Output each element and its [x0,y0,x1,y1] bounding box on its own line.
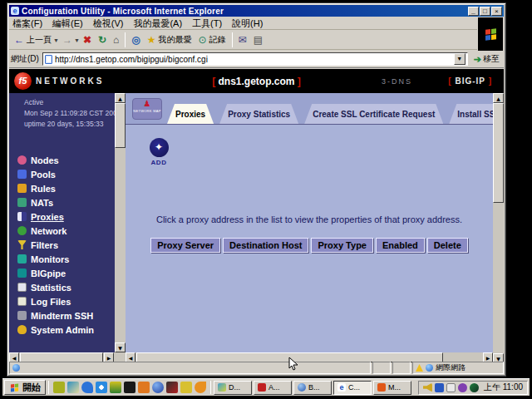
column-proxy-type[interactable]: Proxy Type [311,238,373,253]
statistics-icon [17,283,27,292]
print-icon: ▤ [254,35,263,45]
sidebar-item-bigpipe[interactable]: BIGpipe [17,266,112,280]
scroll-down-icon[interactable]: ▼ [115,342,126,352]
menu-view[interactable]: 檢視(V) [93,17,124,30]
quick-launch-icon[interactable] [180,382,192,393]
tab-proxies[interactable]: Proxies [167,104,214,124]
mail-button[interactable]: ✉ [235,32,250,48]
product-3dns-label: 3-DNS [382,77,412,86]
menu-edit[interactable]: 編輯(E) [52,17,83,30]
volume-icon[interactable] [423,383,432,392]
close-button[interactable]: × [491,7,502,16]
history-button[interactable]: ⊙ 記錄 [195,32,229,48]
tab-proxy-statistics[interactable]: Proxy Statistics [219,104,298,124]
scroll-up-icon[interactable]: ▲ [115,93,126,103]
menu-bar: 檔案(F) 編輯(E) 檢視(V) 我的最愛(A) 工具(T) 說明(H) [9,17,477,30]
alert-icon [416,364,423,372]
go-button[interactable]: ➔ 移至 [471,53,502,65]
status-datetime: Mon Sep 2 11:09:28 CST 2002 [24,108,126,119]
refresh-button[interactable]: ↻ [95,32,110,48]
quick-launch-icon[interactable] [67,382,79,393]
title-bar: e Configuration Utility - Microsoft Inte… [9,5,504,17]
address-dropdown[interactable]: ▼ [454,53,466,65]
app-icon [218,383,226,392]
task-button-5[interactable]: M... [373,381,411,395]
mail-icon: ✉ [239,35,247,45]
quick-launch-icon[interactable] [195,382,206,393]
quick-launch-icon[interactable] [124,382,135,393]
filters-icon [17,240,27,249]
minimize-button[interactable]: _ [468,7,479,16]
home-button[interactable]: ⌂ [110,32,122,48]
display-tray-icon[interactable] [446,383,456,392]
sidebar-item-filters[interactable]: Filters [17,238,112,252]
sidebar-item-rules[interactable]: Rules [17,181,112,195]
task-button-2[interactable]: A... [254,381,292,395]
menu-tools[interactable]: 工具(T) [192,17,222,30]
forward-button[interactable]: → [59,32,76,48]
quick-launch-icon[interactable] [110,382,121,393]
column-destination-host[interactable]: Destination Host [223,238,308,253]
main-vertical-scrollbar[interactable]: ▲ ▼ [493,93,504,363]
tab-create-ssl-certificate-request[interactable]: Create SSL Certificate Request [304,104,443,124]
quick-launch-icon[interactable] [166,382,178,393]
task-button-3[interactable]: B... [293,381,332,395]
star-icon: ★ [147,35,156,45]
sidebar-item-pools[interactable]: Pools [17,167,112,181]
column-delete[interactable]: Delete [427,238,468,253]
home-icon: ⌂ [113,35,119,45]
windows-flag-icon [485,28,496,40]
sidebar-item-statistics[interactable]: Statistics [17,280,112,294]
quick-launch-icon[interactable] [138,382,150,393]
menu-favorites[interactable]: 我的最愛(A) [133,17,182,30]
status-bar: 網際網路 [9,362,504,374]
sidebar-item-log-files[interactable]: Log Files [17,294,112,308]
task-button-configuration-utility[interactable]: eC... [333,381,372,395]
tray-icon[interactable] [458,383,467,392]
scrollbar-thumb[interactable] [493,103,504,203]
browser-toolbar: ← 上一頁 ▼ → ▼ ✖ ↻ ⌂ ◎ ★ 我的最愛 [9,31,477,50]
app-icon [258,383,266,392]
stop-button[interactable]: ✖ [80,32,95,48]
address-input[interactable]: http://dns1.getop.com/bigipgui/bigconf.c… [42,52,468,66]
task-button-1[interactable]: D... [214,381,252,395]
column-proxy-server[interactable]: Proxy Server [150,238,220,253]
go-label: 移至 [483,53,500,65]
proxies-icon [17,212,27,221]
favorites-label: 我的最愛 [159,34,192,46]
sidebar-item-mindterm-ssh[interactable]: Mindterm SSH [17,308,112,323]
print-button[interactable]: ▤ [250,32,266,48]
column-enabled[interactable]: Enabled [376,238,425,253]
scrollbar-thumb[interactable] [115,103,126,148]
maximize-button[interactable]: □ [480,7,490,16]
sidebar-item-nodes[interactable]: Nodes [17,153,112,167]
menu-file[interactable]: 檔案(F) [12,17,42,30]
sidebar-item-proxies[interactable]: Proxies [17,209,112,224]
back-icon: ← [14,35,24,45]
ie-icon: e [11,7,19,15]
network-map-button[interactable]: ♟ NETWORK MAP [132,98,162,120]
sidebar-item-system-admin[interactable]: System Admin [17,323,112,337]
sidebar-item-monitors[interactable]: Monitors [17,252,112,266]
favorites-button[interactable]: ★ 我的最愛 [144,32,195,48]
sidebar-item-nats[interactable]: NATs [17,195,112,209]
back-dropdown[interactable]: ▼ [53,37,59,43]
quick-launch-icon[interactable] [96,382,107,393]
taskbar-divider [48,381,49,394]
quick-launch-icon[interactable] [152,382,164,393]
quick-launch-icon[interactable] [53,382,65,393]
app-icon [298,383,306,392]
search-button[interactable]: ◎ [128,32,143,48]
forward-dropdown[interactable]: ▼ [74,37,80,43]
quick-launch-icon[interactable] [81,382,93,393]
back-button[interactable]: ← 上一頁 [11,32,55,48]
scroll-up-icon[interactable]: ▲ [493,93,504,103]
menu-help[interactable]: 說明(H) [232,17,263,30]
sidebar-vertical-scrollbar[interactable]: ▲ ▼ [115,93,126,352]
add-proxy-button[interactable]: ✦ [150,138,169,157]
start-button[interactable]: 開始 [4,380,46,395]
status-pane [392,362,411,374]
network-tray-icon[interactable] [435,383,444,392]
antivirus-tray-icon[interactable] [470,383,479,392]
sidebar-item-network[interactable]: Network [17,224,112,238]
